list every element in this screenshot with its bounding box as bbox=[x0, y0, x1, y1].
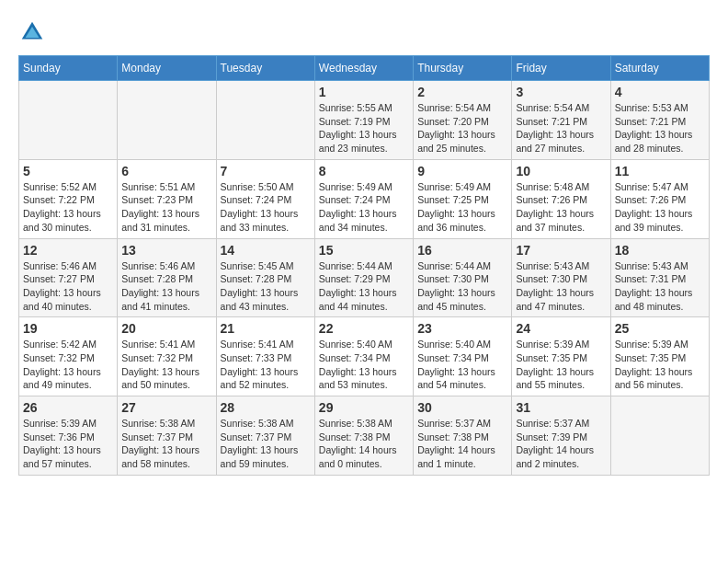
calendar-cell: 19Sunrise: 5:42 AM Sunset: 7:32 PM Dayli… bbox=[19, 317, 118, 396]
day-info: Sunrise: 5:39 AM Sunset: 7:35 PM Dayligh… bbox=[516, 338, 606, 392]
day-info: Sunrise: 5:46 AM Sunset: 7:28 PM Dayligh… bbox=[121, 259, 211, 314]
logo bbox=[18, 18, 50, 46]
day-number: 8 bbox=[319, 164, 409, 178]
day-number: 4 bbox=[615, 85, 705, 99]
day-info: Sunrise: 5:51 AM Sunset: 7:23 PM Dayligh… bbox=[121, 180, 211, 235]
calendar-week-row: 5Sunrise: 5:52 AM Sunset: 7:22 PM Daylig… bbox=[19, 159, 710, 238]
day-number: 25 bbox=[615, 321, 705, 336]
calendar-cell: 13Sunrise: 5:46 AM Sunset: 7:28 PM Dayli… bbox=[118, 238, 216, 317]
day-info: Sunrise: 5:39 AM Sunset: 7:36 PM Dayligh… bbox=[23, 417, 113, 471]
calendar-cell: 1Sunrise: 5:55 AM Sunset: 7:19 PM Daylig… bbox=[314, 81, 413, 160]
day-number: 31 bbox=[516, 400, 606, 415]
calendar-cell: 27Sunrise: 5:38 AM Sunset: 7:37 PM Dayli… bbox=[118, 396, 216, 476]
calendar-cell: 6Sunrise: 5:51 AM Sunset: 7:23 PM Daylig… bbox=[118, 159, 216, 238]
day-info: Sunrise: 5:47 AM Sunset: 7:26 PM Dayligh… bbox=[615, 180, 705, 235]
day-info: Sunrise: 5:41 AM Sunset: 7:33 PM Dayligh… bbox=[221, 338, 311, 392]
day-number: 26 bbox=[23, 400, 113, 415]
calendar-cell bbox=[19, 81, 118, 160]
day-info: Sunrise: 5:40 AM Sunset: 7:34 PM Dayligh… bbox=[319, 338, 409, 392]
calendar-cell bbox=[216, 81, 314, 160]
calendar-cell: 12Sunrise: 5:46 AM Sunset: 7:27 PM Dayli… bbox=[19, 238, 118, 317]
day-number: 9 bbox=[417, 164, 507, 178]
day-info: Sunrise: 5:38 AM Sunset: 7:37 PM Dayligh… bbox=[221, 417, 311, 471]
calendar-cell: 29Sunrise: 5:38 AM Sunset: 7:38 PM Dayli… bbox=[314, 396, 413, 476]
day-info: Sunrise: 5:55 AM Sunset: 7:19 PM Dayligh… bbox=[319, 101, 409, 155]
calendar-cell: 18Sunrise: 5:43 AM Sunset: 7:31 PM Dayli… bbox=[610, 238, 709, 317]
calendar-week-row: 1Sunrise: 5:55 AM Sunset: 7:19 PM Daylig… bbox=[19, 81, 710, 160]
weekday-header-friday: Friday bbox=[512, 56, 610, 81]
day-number: 1 bbox=[319, 85, 409, 99]
weekday-header-saturday: Saturday bbox=[610, 56, 709, 81]
day-info: Sunrise: 5:44 AM Sunset: 7:29 PM Dayligh… bbox=[319, 259, 409, 314]
day-number: 15 bbox=[319, 243, 409, 258]
day-number: 5 bbox=[23, 164, 113, 178]
weekday-header-row: SundayMondayTuesdayWednesdayThursdayFrid… bbox=[19, 56, 710, 81]
calendar-cell: 4Sunrise: 5:53 AM Sunset: 7:21 PM Daylig… bbox=[610, 81, 709, 160]
weekday-header-sunday: Sunday bbox=[19, 56, 118, 81]
calendar-week-row: 26Sunrise: 5:39 AM Sunset: 7:36 PM Dayli… bbox=[19, 396, 710, 476]
calendar-cell: 15Sunrise: 5:44 AM Sunset: 7:29 PM Dayli… bbox=[314, 238, 413, 317]
day-number: 11 bbox=[615, 164, 705, 178]
day-info: Sunrise: 5:37 AM Sunset: 7:38 PM Dayligh… bbox=[417, 417, 507, 471]
day-number: 16 bbox=[417, 243, 507, 258]
day-info: Sunrise: 5:38 AM Sunset: 7:38 PM Dayligh… bbox=[319, 417, 409, 471]
calendar-cell: 7Sunrise: 5:50 AM Sunset: 7:24 PM Daylig… bbox=[216, 159, 314, 238]
calendar-cell: 21Sunrise: 5:41 AM Sunset: 7:33 PM Dayli… bbox=[216, 317, 314, 396]
day-number: 30 bbox=[417, 400, 507, 415]
calendar-cell: 3Sunrise: 5:54 AM Sunset: 7:21 PM Daylig… bbox=[512, 81, 610, 160]
calendar-cell bbox=[118, 81, 216, 160]
day-info: Sunrise: 5:52 AM Sunset: 7:22 PM Dayligh… bbox=[23, 180, 113, 235]
calendar-cell: 2Sunrise: 5:54 AM Sunset: 7:20 PM Daylig… bbox=[414, 81, 512, 160]
day-number: 24 bbox=[516, 321, 606, 336]
calendar-cell: 30Sunrise: 5:37 AM Sunset: 7:38 PM Dayli… bbox=[414, 396, 512, 476]
calendar-cell: 22Sunrise: 5:40 AM Sunset: 7:34 PM Dayli… bbox=[314, 317, 413, 396]
calendar-cell bbox=[610, 396, 709, 476]
day-info: Sunrise: 5:43 AM Sunset: 7:30 PM Dayligh… bbox=[516, 259, 606, 314]
day-info: Sunrise: 5:38 AM Sunset: 7:37 PM Dayligh… bbox=[121, 417, 211, 471]
day-info: Sunrise: 5:37 AM Sunset: 7:39 PM Dayligh… bbox=[516, 417, 606, 471]
calendar-cell: 20Sunrise: 5:41 AM Sunset: 7:32 PM Dayli… bbox=[118, 317, 216, 396]
day-number: 21 bbox=[221, 321, 311, 336]
day-info: Sunrise: 5:46 AM Sunset: 7:27 PM Dayligh… bbox=[23, 259, 113, 314]
calendar-cell: 10Sunrise: 5:48 AM Sunset: 7:26 PM Dayli… bbox=[512, 159, 610, 238]
calendar-week-row: 12Sunrise: 5:46 AM Sunset: 7:27 PM Dayli… bbox=[19, 238, 710, 317]
day-number: 28 bbox=[221, 400, 311, 415]
logo-icon bbox=[18, 18, 46, 46]
day-info: Sunrise: 5:48 AM Sunset: 7:26 PM Dayligh… bbox=[516, 180, 606, 235]
day-number: 10 bbox=[516, 164, 606, 178]
day-info: Sunrise: 5:54 AM Sunset: 7:21 PM Dayligh… bbox=[516, 101, 606, 155]
day-number: 14 bbox=[221, 243, 311, 258]
day-number: 22 bbox=[319, 321, 409, 336]
day-info: Sunrise: 5:40 AM Sunset: 7:34 PM Dayligh… bbox=[417, 338, 507, 392]
weekday-header-wednesday: Wednesday bbox=[314, 56, 413, 81]
day-info: Sunrise: 5:50 AM Sunset: 7:24 PM Dayligh… bbox=[221, 180, 311, 235]
calendar-cell: 17Sunrise: 5:43 AM Sunset: 7:30 PM Dayli… bbox=[512, 238, 610, 317]
day-info: Sunrise: 5:39 AM Sunset: 7:35 PM Dayligh… bbox=[615, 338, 705, 392]
calendar-cell: 25Sunrise: 5:39 AM Sunset: 7:35 PM Dayli… bbox=[610, 317, 709, 396]
calendar-table: SundayMondayTuesdayWednesdayThursdayFrid… bbox=[18, 55, 710, 476]
calendar-cell: 11Sunrise: 5:47 AM Sunset: 7:26 PM Dayli… bbox=[610, 159, 709, 238]
day-number: 29 bbox=[319, 400, 409, 415]
day-number: 6 bbox=[121, 164, 211, 178]
calendar-week-row: 19Sunrise: 5:42 AM Sunset: 7:32 PM Dayli… bbox=[19, 317, 710, 396]
calendar-cell: 16Sunrise: 5:44 AM Sunset: 7:30 PM Dayli… bbox=[414, 238, 512, 317]
day-number: 3 bbox=[516, 85, 606, 99]
day-info: Sunrise: 5:49 AM Sunset: 7:25 PM Dayligh… bbox=[417, 180, 507, 235]
calendar-cell: 5Sunrise: 5:52 AM Sunset: 7:22 PM Daylig… bbox=[19, 159, 118, 238]
day-info: Sunrise: 5:54 AM Sunset: 7:20 PM Dayligh… bbox=[417, 101, 507, 155]
day-info: Sunrise: 5:44 AM Sunset: 7:30 PM Dayligh… bbox=[417, 259, 507, 314]
day-number: 17 bbox=[516, 243, 606, 258]
calendar-cell: 28Sunrise: 5:38 AM Sunset: 7:37 PM Dayli… bbox=[216, 396, 314, 476]
calendar-cell: 9Sunrise: 5:49 AM Sunset: 7:25 PM Daylig… bbox=[414, 159, 512, 238]
day-number: 13 bbox=[121, 243, 211, 258]
day-number: 18 bbox=[615, 243, 705, 258]
calendar-cell: 24Sunrise: 5:39 AM Sunset: 7:35 PM Dayli… bbox=[512, 317, 610, 396]
day-number: 27 bbox=[121, 400, 211, 415]
day-info: Sunrise: 5:45 AM Sunset: 7:28 PM Dayligh… bbox=[221, 259, 311, 314]
day-info: Sunrise: 5:42 AM Sunset: 7:32 PM Dayligh… bbox=[23, 338, 113, 392]
calendar-cell: 8Sunrise: 5:49 AM Sunset: 7:24 PM Daylig… bbox=[314, 159, 413, 238]
weekday-header-tuesday: Tuesday bbox=[216, 56, 314, 81]
calendar-cell: 31Sunrise: 5:37 AM Sunset: 7:39 PM Dayli… bbox=[512, 396, 610, 476]
page-header bbox=[18, 18, 710, 46]
day-number: 7 bbox=[221, 164, 311, 178]
